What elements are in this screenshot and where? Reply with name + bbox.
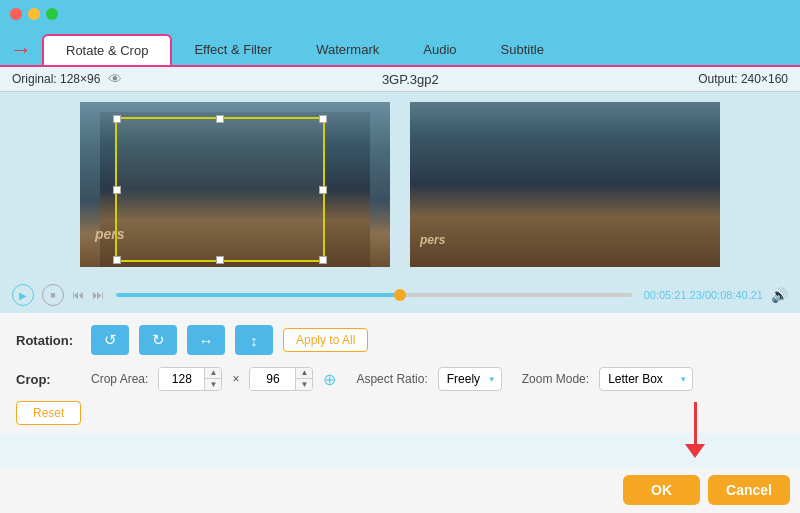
crop-handle-bottom-left[interactable] [113,256,121,264]
stop-button[interactable]: ■ [42,284,64,306]
tab-subtitle[interactable]: Subtitle [479,35,566,64]
maximize-button[interactable] [46,8,58,20]
reset-row: Reset [16,401,784,425]
tab-rotate-crop[interactable]: Rotate & Crop [42,34,172,65]
skip-back-button[interactable]: ⏮ [72,288,84,302]
video-info-bar: Original: 128×96 👁 3GP.3gp2 Output: 240×… [0,67,800,92]
close-button[interactable] [10,8,22,20]
crop-width-input[interactable] [159,368,204,390]
crop-width-down[interactable]: ▼ [205,379,221,390]
title-bar [0,0,800,28]
traffic-lights [10,8,58,20]
video-info-left: Original: 128×96 👁 [12,71,122,87]
zoom-mode-select-wrapper: Letter Box Pan & Scan Full [599,367,693,391]
zoom-mode-label: Zoom Mode: [522,372,589,386]
rotation-label: Rotation: [16,333,81,348]
play-button[interactable]: ▶ [12,284,34,306]
eye-icon[interactable]: 👁 [108,71,122,87]
original-dimensions: Original: 128×96 [12,72,100,86]
flip-vertical-button[interactable]: ↕ [235,325,273,355]
crop-label: Crop: [16,372,81,387]
ok-arrow-indicator [685,402,705,458]
link-icon: ⊕ [323,370,336,389]
crop-height-down[interactable]: ▼ [296,379,312,390]
crop-handle-bottom-right[interactable] [319,256,327,264]
crop-handle-mid-right[interactable] [319,186,327,194]
output-dimensions: Output: 240×160 [698,72,788,86]
crop-selection-box[interactable] [115,117,325,262]
video-panel-left [80,102,390,267]
bottom-bar: OK Cancel [0,469,800,513]
aspect-ratio-select-wrapper: Freely 16:9 4:3 1:1 [438,367,502,391]
reset-button[interactable]: Reset [16,401,81,425]
rotate-left-button[interactable]: ↺ [91,325,129,355]
dimension-separator: × [232,372,239,386]
video-preview-area [0,92,800,277]
scrubber-track[interactable] [116,293,632,297]
skip-forward-button[interactable]: ⏭ [92,288,104,302]
tab-bar: → Rotate & Crop Effect & Filter Watermar… [0,28,800,65]
arrow-indicator: → [10,39,32,61]
crop-area-label: Crop Area: [91,372,148,386]
tab-audio[interactable]: Audio [401,35,478,64]
cancel-button[interactable]: Cancel [708,475,790,505]
crop-height-spinners: ▲ ▼ [295,368,312,390]
crop-handle-top-left[interactable] [113,115,121,123]
arrow-head-icon [685,444,705,458]
rotation-row: Rotation: ↺ ↻ ↔ ↕ Apply to All [16,325,784,355]
tab-effect-filter[interactable]: Effect & Filter [172,35,294,64]
crop-width-up[interactable]: ▲ [205,368,221,379]
aspect-ratio-label: Aspect Ratio: [356,372,427,386]
crop-handle-top-right[interactable] [319,115,327,123]
controls-area: Rotation: ↺ ↻ ↔ ↕ Apply to All Crop: Cro… [0,313,800,433]
crop-width-spinners: ▲ ▼ [204,368,221,390]
tab-bar-wrapper: → Rotate & Crop Effect & Filter Watermar… [0,28,800,67]
ok-button[interactable]: OK [623,475,700,505]
apply-to-all-button[interactable]: Apply to All [283,328,368,352]
tab-watermark[interactable]: Watermark [294,35,401,64]
timeline-bar: ▶ ■ ⏮ ⏭ 00:05:21.23/00:08:40.21 🔊 [0,277,800,313]
video-filename: 3GP.3gp2 [382,72,439,87]
crop-width-input-group: ▲ ▼ [158,367,222,391]
flip-horizontal-button[interactable]: ↔ [187,325,225,355]
time-display: 00:05:21.23/00:08:40.21 [644,289,763,301]
zoom-mode-select[interactable]: Letter Box Pan & Scan Full [599,367,693,391]
rotate-right-button[interactable]: ↻ [139,325,177,355]
volume-icon[interactable]: 🔊 [771,287,788,303]
crop-height-up[interactable]: ▲ [296,368,312,379]
crop-handle-mid-left[interactable] [113,186,121,194]
scrubber-thumb[interactable] [394,289,406,301]
video-frame-right [410,102,720,267]
minimize-button[interactable] [28,8,40,20]
crop-row: Crop: Crop Area: ▲ ▼ × ▲ ▼ ⊕ Aspect Rati… [16,367,784,391]
crop-handle-top-mid[interactable] [216,115,224,123]
aspect-ratio-select[interactable]: Freely 16:9 4:3 1:1 [438,367,502,391]
crop-height-input-group: ▲ ▼ [249,367,313,391]
video-panel-right [410,102,720,267]
crop-height-input[interactable] [250,368,295,390]
arrow-shaft [694,402,697,444]
crop-handle-bottom-mid[interactable] [216,256,224,264]
